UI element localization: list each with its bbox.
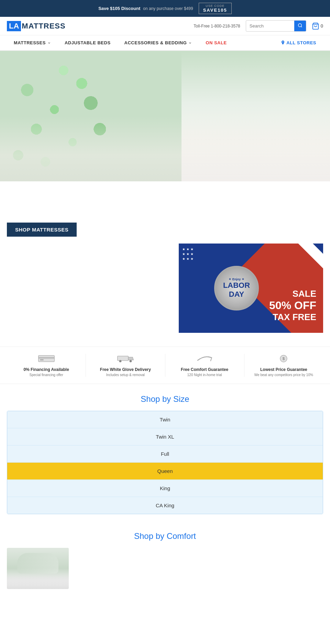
- cart-count: 0: [321, 23, 323, 29]
- comfort-sub: 120 Night in-home trial: [187, 373, 222, 377]
- search-button[interactable]: [294, 21, 306, 31]
- svg-point-0: [298, 24, 301, 27]
- chevron-down-icon-2: [188, 41, 192, 45]
- size-full[interactable]: Full: [7, 445, 323, 463]
- size-twin[interactable]: Twin: [7, 411, 323, 428]
- shop-section: SHOP MATTRESSES ★ ★ ★★ ★ ★★ ★ ★: [0, 223, 330, 347]
- sale-label: SALE: [269, 289, 316, 299]
- logo-la: LA: [7, 21, 21, 31]
- labor-day-text: SALE 50% OFF TAX FREE: [269, 289, 316, 323]
- svg-rect-6: [118, 356, 129, 361]
- percent-off: 50% OFF: [269, 299, 316, 312]
- search-bar: [246, 20, 306, 32]
- search-icon: [298, 23, 302, 28]
- shop-by-comfort-section: Shop by Comfort: [0, 524, 330, 596]
- financing-title: 0% Financing Available: [23, 367, 69, 372]
- on-text: on any purchase over $499: [143, 6, 193, 11]
- discount-text: Save $105 Discount: [98, 6, 140, 11]
- delivery-icon: [117, 354, 134, 365]
- chevron-down-icon: [47, 41, 51, 45]
- svg-text:$: $: [283, 356, 285, 361]
- nav-accessories[interactable]: ACCESSORIES & BEDDING: [118, 35, 199, 50]
- size-king[interactable]: King: [7, 480, 323, 497]
- header-right: Toll-Free 1-800-218-3578 0: [194, 20, 323, 32]
- nav-on-sale[interactable]: ON SALE: [199, 35, 233, 50]
- logo[interactable]: LA MATTRESS: [7, 21, 66, 31]
- feature-price: $ Lowest Price Guarantee We beat any com…: [244, 354, 323, 377]
- nav-adjustable-beds[interactable]: ADJUSTABLE BEDS: [58, 35, 118, 50]
- delivery-sub: Includes setup & removal: [106, 373, 145, 377]
- feature-comfort: Free Comfort Guarantee 120 Night in-home…: [165, 354, 244, 377]
- svg-point-8: [130, 360, 132, 362]
- size-table: Twin Twin XL Full Queen King CA King: [7, 411, 323, 514]
- shop-by-size-title: Shop by Size: [7, 394, 323, 404]
- comfort-person-placeholder: [7, 548, 69, 589]
- spacer: [0, 181, 330, 223]
- svg-rect-5: [40, 360, 43, 361]
- shop-by-size-section: Shop by Size Twin Twin XL Full Queen Kin…: [0, 384, 330, 524]
- labor-day-labor: LABOR: [223, 281, 250, 290]
- navigation: MATTRESSES ADJUSTABLE BEDS ACCESSORIES &…: [0, 35, 330, 51]
- labor-day-day: DAY: [229, 290, 244, 299]
- comfort-image-1: [7, 548, 69, 589]
- comfort-title: Free Comfort Guarantee: [181, 367, 228, 372]
- nav-mattresses[interactable]: MATTRESSES: [7, 35, 58, 50]
- financing-sub: Special financing offer: [30, 373, 63, 377]
- price-title: Lowest Price Guarantee: [260, 367, 307, 372]
- header: LA MATTRESS Toll-Free 1-800-218-3578 0: [0, 17, 330, 35]
- hero-image: [0, 51, 330, 181]
- feature-delivery: Free White Glove Delivery Includes setup…: [86, 354, 165, 377]
- svg-line-1: [301, 26, 302, 27]
- price-sub: We beat any competitors price by 10%: [254, 373, 313, 377]
- use-code-label: USE CODE: [206, 4, 224, 8]
- shop-by-comfort-title: Shop by Comfort: [7, 531, 323, 541]
- delivery-title: Free White Glove Delivery: [100, 367, 151, 372]
- logo-name: MATTRESS: [22, 22, 65, 31]
- labor-day-container: ★ ★ ★★ ★ ★★ ★ ★ ✦ Enjoy ✦ LABOR DAY SAL: [7, 244, 323, 333]
- comfort-item-1[interactable]: [7, 548, 69, 589]
- svg-point-7: [119, 360, 122, 362]
- tax-free-label: TAX FREE: [269, 312, 316, 323]
- cart-icon: [312, 22, 319, 30]
- toll-free: Toll-Free 1-800-218-3578: [194, 24, 240, 29]
- feature-financing: 0% Financing Available Special financing…: [7, 354, 86, 377]
- cart[interactable]: 0: [312, 22, 323, 30]
- size-twin-xl[interactable]: Twin XL: [7, 428, 323, 445]
- location-icon: [281, 41, 285, 45]
- comfort-items: [7, 548, 323, 589]
- price-icon: $: [275, 354, 292, 365]
- features-row: 0% Financing Available Special financing…: [0, 347, 330, 384]
- search-input[interactable]: [246, 21, 294, 31]
- top-banner: Save $105 Discount on any purchase over …: [0, 0, 330, 17]
- shop-mattresses-button[interactable]: SHOP MATTRESSES: [7, 223, 77, 237]
- svg-rect-4: [38, 357, 54, 359]
- size-queen[interactable]: Queen: [7, 463, 323, 480]
- size-ca-king[interactable]: CA King: [7, 497, 323, 514]
- labor-day-bg: ★ ★ ★★ ★ ★★ ★ ★ ✦ Enjoy ✦ LABOR DAY SAL: [179, 244, 323, 333]
- nav-all-stores[interactable]: ALL STORES: [274, 35, 323, 50]
- labor-day-enjoy: ✦ Enjoy ✦: [229, 278, 244, 281]
- hero-banner: [0, 51, 330, 181]
- labor-day-banner: ★ ★ ★★ ★ ★★ ★ ★ ✦ Enjoy ✦ LABOR DAY SAL: [179, 244, 323, 333]
- financing-icon: [38, 354, 55, 365]
- promo-code: SAVE105: [203, 8, 227, 13]
- labor-day-circle: ✦ Enjoy ✦ LABOR DAY: [214, 266, 259, 310]
- comfort-icon: [196, 354, 213, 365]
